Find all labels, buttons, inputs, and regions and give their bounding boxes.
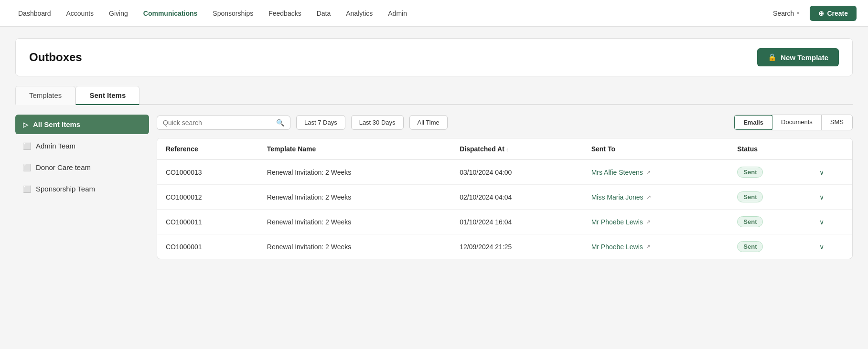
expand-chevron-icon[interactable]: ∨ [819, 218, 824, 226]
template-name-cell: Renewal Invitation: 2 Weeks [258, 160, 451, 185]
admin-team-icon: ⬜ [23, 142, 31, 150]
dispatched-at-cell: 12/09/2024 21:25 [451, 234, 582, 259]
page-title: Outboxes [29, 51, 82, 64]
filter-last-7-days[interactable]: Last 7 Days [296, 115, 345, 130]
dispatched-at-cell: 01/10/2024 16:04 [451, 210, 582, 234]
nav-giving[interactable]: Giving [102, 6, 135, 21]
status-cell: Sent [729, 234, 810, 259]
table-body: CO1000013 Renewal Invitation: 2 Weeks 03… [157, 160, 852, 259]
status-badge: Sent [737, 241, 763, 252]
lock-icon: 🔒 [768, 53, 777, 62]
sent-to-cell: Mrs Alfie Stevens ↗ [583, 160, 729, 185]
type-tabs: Emails Documents SMS [734, 115, 853, 130]
status-cell: Sent [729, 185, 810, 210]
col-dispatched-at[interactable]: Dispatched At [451, 138, 582, 160]
col-expand [811, 138, 852, 160]
expand-cell[interactable]: ∨ [811, 234, 852, 259]
sidebar-item-admin-team[interactable]: ⬜ Admin Team [15, 136, 149, 156]
status-badge: Sent [737, 191, 763, 202]
table-row: CO1000001 Renewal Invitation: 2 Weeks 12… [157, 234, 852, 259]
top-navigation: Dashboard Accounts Giving Communications… [0, 0, 868, 27]
sent-to-cell: Mr Phoebe Lewis ↗ [583, 234, 729, 259]
expand-chevron-icon[interactable]: ∨ [819, 169, 824, 176]
sidebar: ▷ All Sent Items ⬜ Admin Team ⬜ Donor Ca… [15, 115, 149, 259]
all-sent-items-icon: ▷ [23, 121, 28, 128]
status-cell: Sent [729, 210, 810, 234]
search-button[interactable]: Search ▾ [768, 7, 804, 20]
external-link-icon[interactable]: ↗ [646, 194, 651, 201]
create-button[interactable]: ⊕ Create [810, 6, 857, 21]
main-panel: 🔍 Last 7 Days Last 30 Days All Time Emai… [157, 115, 853, 259]
page-content: Outboxes 🔒 New Template Templates Sent I… [0, 27, 868, 271]
content-area: ▷ All Sent Items ⬜ Admin Team ⬜ Donor Ca… [15, 115, 853, 259]
nav-data[interactable]: Data [310, 6, 338, 21]
nav-right: Search ▾ ⊕ Create [768, 6, 857, 21]
table-row: CO1000013 Renewal Invitation: 2 Weeks 03… [157, 160, 852, 185]
sponsorship-team-icon: ⬜ [23, 185, 31, 193]
col-status: Status [729, 138, 810, 160]
sidebar-item-label: All Sent Items [33, 120, 80, 128]
col-reference: Reference [157, 138, 258, 160]
search-label: Search [773, 10, 794, 17]
ref-cell: CO1000001 [157, 234, 258, 259]
sidebar-item-label: Admin Team [36, 142, 75, 150]
main-toolbar: 🔍 Last 7 Days Last 30 Days All Time Emai… [157, 115, 853, 130]
tab-templates[interactable]: Templates [15, 86, 75, 105]
external-link-icon[interactable]: ↗ [646, 219, 651, 225]
nav-feedbacks[interactable]: Feedbacks [262, 6, 308, 21]
external-link-icon[interactable]: ↗ [646, 243, 651, 250]
expand-cell[interactable]: ∨ [811, 160, 852, 185]
create-label: Create [827, 10, 848, 17]
sidebar-item-sponsorship-team[interactable]: ⬜ Sponsorship Team [15, 179, 149, 199]
nav-links: Dashboard Accounts Giving Communications… [11, 6, 768, 21]
col-template-name: Template Name [258, 138, 451, 160]
search-icon: 🔍 [276, 119, 284, 127]
nav-admin[interactable]: Admin [381, 6, 414, 21]
tab-sent-items[interactable]: Sent Items [75, 86, 139, 105]
main-tabs: Templates Sent Items [15, 86, 853, 105]
sent-to-cell: Miss Maria Jones ↗ [583, 185, 729, 210]
type-tab-documents[interactable]: Documents [772, 115, 822, 130]
expand-chevron-icon[interactable]: ∨ [819, 243, 824, 251]
data-table-container: Reference Template Name Dispatched At Se… [157, 138, 853, 259]
table-row: CO1000011 Renewal Invitation: 2 Weeks 01… [157, 210, 852, 234]
expand-cell[interactable]: ∨ [811, 210, 852, 234]
expand-cell[interactable]: ∨ [811, 185, 852, 210]
nav-communications[interactable]: Communications [137, 6, 204, 21]
page-header-card: Outboxes 🔒 New Template [15, 38, 853, 76]
search-input[interactable] [163, 119, 272, 127]
new-template-label: New Template [781, 53, 828, 62]
toolbar-left: 🔍 Last 7 Days Last 30 Days All Time [157, 115, 448, 130]
type-tab-sms[interactable]: SMS [822, 115, 852, 130]
chevron-down-icon: ▾ [797, 11, 799, 16]
type-tab-emails[interactable]: Emails [734, 115, 773, 130]
dispatched-at-cell: 03/10/2024 04:00 [451, 160, 582, 185]
nav-analytics[interactable]: Analytics [339, 6, 379, 21]
status-badge: Sent [737, 167, 763, 178]
sidebar-item-donor-care-team[interactable]: ⬜ Donor Care team [15, 158, 149, 177]
nav-accounts[interactable]: Accounts [60, 6, 101, 21]
external-link-icon[interactable]: ↗ [646, 169, 651, 176]
ref-cell: CO1000012 [157, 185, 258, 210]
filter-last-30-days[interactable]: Last 30 Days [351, 115, 404, 130]
ref-cell: CO1000013 [157, 160, 258, 185]
template-name-cell: Renewal Invitation: 2 Weeks [258, 234, 451, 259]
status-cell: Sent [729, 160, 810, 185]
sent-to-name: Mr Phoebe Lewis [591, 243, 643, 251]
sidebar-item-all-sent-items[interactable]: ▷ All Sent Items [15, 115, 149, 134]
sent-items-table: Reference Template Name Dispatched At Se… [157, 138, 852, 259]
sidebar-item-label: Donor Care team [36, 163, 91, 171]
sidebar-item-label: Sponsorship Team [36, 185, 95, 193]
dispatched-at-cell: 02/10/2024 04:04 [451, 185, 582, 210]
quick-search-box[interactable]: 🔍 [157, 116, 290, 130]
sent-to-name: Mrs Alfie Stevens [591, 169, 643, 176]
nav-dashboard[interactable]: Dashboard [11, 6, 58, 21]
expand-chevron-icon[interactable]: ∨ [819, 193, 824, 201]
filter-all-time[interactable]: All Time [409, 115, 448, 130]
table-row: CO1000012 Renewal Invitation: 2 Weeks 02… [157, 185, 852, 210]
new-template-button[interactable]: 🔒 New Template [757, 48, 839, 66]
ref-cell: CO1000011 [157, 210, 258, 234]
status-badge: Sent [737, 216, 763, 227]
donor-care-icon: ⬜ [23, 164, 31, 171]
nav-sponsorships[interactable]: Sponsorships [206, 6, 260, 21]
